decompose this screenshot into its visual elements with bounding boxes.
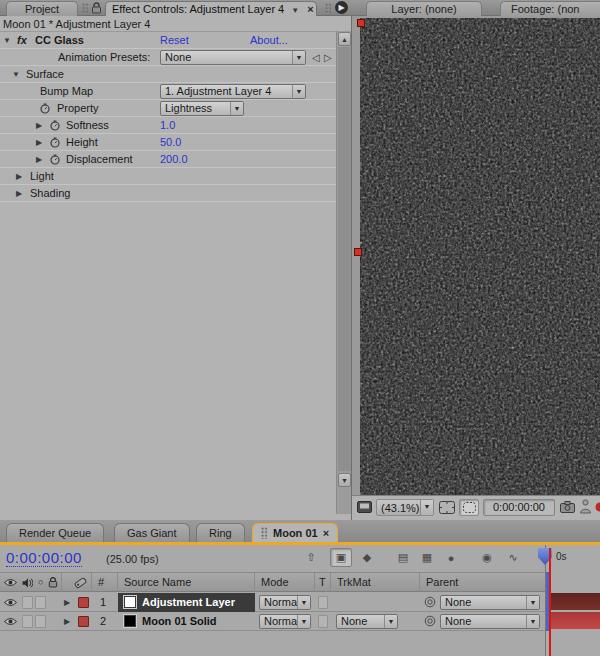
layer-name[interactable]: Moon 01 Solid <box>142 612 217 631</box>
timeline-graph-area[interactable]: 0s <box>545 545 600 656</box>
group-label-shading[interactable]: Shading <box>30 185 70 202</box>
eye-icon[interactable] <box>4 598 17 607</box>
label-color-chip[interactable] <box>78 616 89 627</box>
panel-menu-icon[interactable]: ▶ <box>335 1 348 14</box>
layer-edge-handle[interactable] <box>354 248 362 256</box>
current-time-field[interactable]: 0:00:00:00 <box>6 549 82 567</box>
layer-corner-handle[interactable] <box>357 19 365 27</box>
label-color-chip[interactable] <box>78 597 89 608</box>
group-label-light[interactable]: Light <box>30 168 54 185</box>
collapse-triangle-icon[interactable]: ▼ <box>3 32 11 49</box>
parent-dropdown[interactable]: None ▼ <box>440 595 540 610</box>
layer-1-duration-bar[interactable] <box>550 593 600 610</box>
group-label-surface[interactable]: Surface <box>26 66 64 83</box>
parent-dropdown[interactable]: None ▼ <box>440 614 540 629</box>
next-preset-icon[interactable]: ▷ <box>324 49 332 66</box>
snapshot-icon[interactable] <box>560 501 575 513</box>
switch-cell[interactable] <box>35 596 46 609</box>
draft-3d-icon[interactable]: ▣ <box>330 548 352 567</box>
preserve-transparency-checkbox[interactable] <box>318 615 328 628</box>
panel-grip[interactable] <box>325 3 332 13</box>
source-name-column-header[interactable]: Source Name <box>118 573 255 592</box>
switch-cell[interactable] <box>22 615 33 628</box>
effect-name[interactable]: CC Glass <box>35 32 84 49</box>
frame-blending-icon[interactable]: ▤ <box>392 548 414 567</box>
show-snapshot-icon[interactable] <box>579 499 592 514</box>
preserve-transparency-checkbox[interactable] <box>318 596 328 609</box>
stopwatch-icon[interactable] <box>50 120 60 131</box>
effect-panel-scrollbar[interactable]: ▲ ▼ <box>336 31 351 514</box>
expand-triangle-icon[interactable]: ▶ <box>64 593 70 612</box>
tab-effect-controls[interactable]: Effect Controls: Adjustment Layer 4 ▼ × <box>105 1 317 16</box>
displacement-value[interactable]: 200.0 <box>160 151 188 169</box>
expand-triangle-icon[interactable]: ▶ <box>64 612 70 631</box>
stopwatch-icon[interactable] <box>50 154 60 165</box>
mode-column-header[interactable]: Mode <box>255 573 315 592</box>
scrollbar-track[interactable] <box>338 47 351 471</box>
softness-value[interactable]: 1.0 <box>160 117 175 135</box>
param-row-bump-map: Bump Map 1. Adjustment Layer 4 ▼ <box>0 83 337 100</box>
property-dropdown[interactable]: Lightness ▼ <box>160 101 244 116</box>
close-icon[interactable]: × <box>323 527 329 540</box>
scroll-down-icon[interactable]: ▼ <box>338 473 351 487</box>
mode-dropdown[interactable]: Normal ▼ <box>259 595 311 610</box>
stopwatch-icon[interactable] <box>50 137 60 148</box>
motion-blur-icon[interactable]: ▦ <box>416 548 438 567</box>
parent-column-header[interactable]: Parent <box>420 573 545 592</box>
trkmat-dropdown[interactable]: None ▼ <box>336 614 398 629</box>
about-link[interactable]: About... <box>250 32 288 50</box>
expand-triangle-icon[interactable]: ▶ <box>36 134 42 151</box>
t-column-header[interactable]: T <box>315 573 331 592</box>
lock-icon[interactable] <box>91 2 102 14</box>
comp-flowchart-icon[interactable]: ⇧ <box>300 548 322 567</box>
switch-cell[interactable] <box>22 596 33 609</box>
scroll-up-icon[interactable]: ▲ <box>338 32 351 46</box>
graph-editor-icon[interactable]: ∿ <box>502 548 524 567</box>
layer-name[interactable]: Adjustment Layer <box>142 593 235 612</box>
brainstorm-icon[interactable]: ● <box>440 548 462 567</box>
tab-render-queue[interactable]: Render Queue <box>6 523 104 542</box>
tab-gas-giant[interactable]: Gas Giant <box>114 523 190 542</box>
tab-ring[interactable]: Ring <box>196 523 245 542</box>
current-time-indicator-line[interactable] <box>549 548 551 656</box>
expand-triangle-icon[interactable]: ▶ <box>36 117 42 134</box>
show-channel-icon[interactable] <box>595 500 600 514</box>
tab-project[interactable]: Project <box>6 1 78 16</box>
height-value[interactable]: 50.0 <box>160 134 181 152</box>
expand-triangle-icon[interactable]: ▶ <box>16 185 22 202</box>
reset-link[interactable]: Reset <box>160 32 189 50</box>
panel-grip[interactable] <box>82 3 89 13</box>
expand-triangle-icon[interactable]: ▶ <box>36 151 42 168</box>
layer-color-swatch[interactable] <box>124 596 136 608</box>
tab-layer[interactable]: Layer: (none) <box>366 1 482 16</box>
number-column-header[interactable]: # <box>92 573 118 592</box>
switch-cell[interactable] <box>35 615 46 628</box>
composition-image[interactable] <box>360 18 600 495</box>
layer-2-duration-bar[interactable] <box>550 612 600 629</box>
mode-dropdown[interactable]: Normal ▼ <box>259 614 311 629</box>
layer-row-2[interactable]: ▶ 2 Moon 01 Solid Normal ▼ None ▼ None ▼ <box>0 612 545 631</box>
animation-presets-dropdown[interactable]: None ▼ <box>160 50 306 65</box>
stopwatch-icon[interactable] <box>40 103 50 114</box>
close-icon[interactable]: × <box>307 3 313 15</box>
pickwhip-icon[interactable] <box>424 596 436 608</box>
magnification-dropdown[interactable]: (43.1%) ▼ <box>376 499 434 516</box>
tab-moon-01[interactable]: Moon 01 × <box>252 523 338 542</box>
bump-map-dropdown[interactable]: 1. Adjustment Layer 4 ▼ <box>160 84 306 99</box>
trkmat-column-header[interactable]: TrkMat <box>331 573 420 592</box>
viewer-timecode[interactable]: 0:00:00:00 <box>483 499 555 516</box>
layer-color-swatch[interactable] <box>124 615 136 627</box>
auto-keyframe-icon[interactable]: ◉ <box>476 548 498 567</box>
layer-row-1[interactable]: ▶ 1 Adjustment Layer Normal ▼ None ▼ <box>0 593 545 612</box>
safe-zones-icon[interactable] <box>439 501 455 514</box>
collapse-triangle-icon[interactable]: ▼ <box>12 66 20 83</box>
tab-dropdown-icon[interactable]: ▼ <box>291 6 299 15</box>
always-preview-icon[interactable] <box>357 501 372 513</box>
expand-triangle-icon[interactable]: ▶ <box>16 168 22 185</box>
hide-shy-icon[interactable]: ◆ <box>356 548 378 567</box>
previous-preset-icon[interactable]: ◁ <box>312 49 320 66</box>
eye-icon[interactable] <box>4 617 17 626</box>
tab-footage[interactable]: Footage: (non <box>500 1 600 16</box>
pickwhip-icon[interactable] <box>424 615 436 627</box>
region-of-interest-icon[interactable] <box>459 499 479 516</box>
